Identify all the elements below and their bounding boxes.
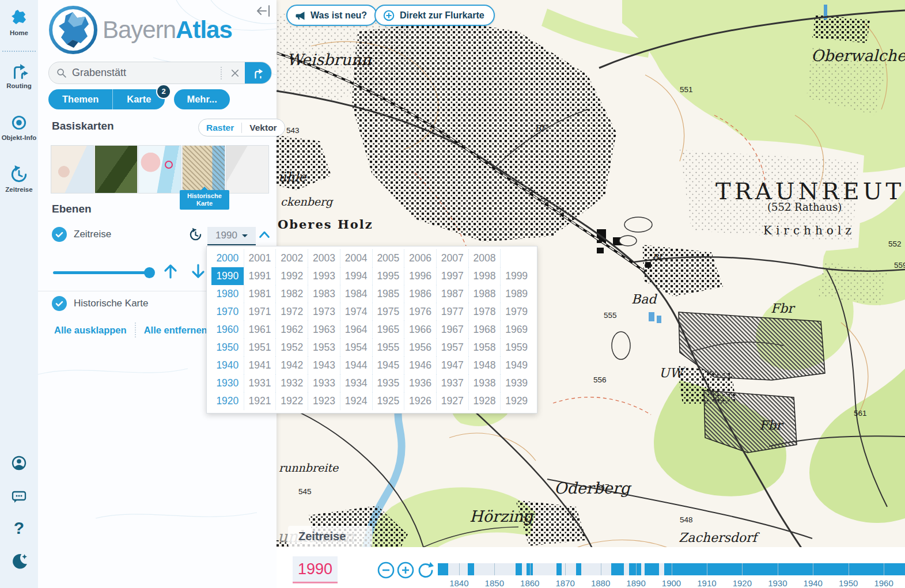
year-option[interactable]: 1948 — [468, 356, 501, 374]
year-option[interactable]: 1958 — [468, 339, 501, 356]
rail-item-dark-mode[interactable] — [0, 552, 38, 571]
opacity-slider[interactable] — [53, 271, 150, 274]
year-option[interactable]: 1929 — [500, 392, 532, 410]
year-option[interactable]: 1964 — [340, 321, 372, 339]
year-option[interactable]: 1931 — [244, 374, 276, 392]
search-routing-button[interactable] — [245, 62, 271, 84]
year-option[interactable]: 1983 — [308, 285, 340, 303]
year-option[interactable]: 1975 — [372, 303, 404, 321]
year-option[interactable]: 1927 — [436, 392, 468, 410]
year-option[interactable]: 1980 — [211, 285, 244, 303]
year-option[interactable]: 1947 — [436, 356, 468, 374]
basemap-thumb-light-map[interactable] — [51, 145, 94, 194]
year-option[interactable]: 1949 — [500, 356, 532, 374]
basemap-thumb-aerial[interactable] — [94, 145, 138, 194]
app-logo[interactable]: BayernAtlas — [48, 5, 232, 55]
year-option[interactable]: 1977 — [436, 303, 468, 321]
year-option[interactable]: 1926 — [404, 392, 436, 410]
rail-item-help[interactable]: ? — [0, 518, 38, 538]
year-option[interactable]: 1963 — [308, 321, 340, 339]
basemap-thumb-gray-map[interactable] — [226, 145, 269, 194]
remove-all-link[interactable]: Alle entfernen — [144, 325, 207, 336]
year-option[interactable]: 1938 — [468, 374, 501, 392]
toggle-vektor[interactable]: Vektor — [241, 123, 284, 133]
move-layer-down-button[interactable] — [190, 263, 206, 282]
timeline-zoom-in-button[interactable] — [396, 561, 415, 579]
year-option[interactable]: 1992 — [275, 267, 308, 285]
year-option[interactable]: 1954 — [340, 339, 372, 356]
year-option[interactable]: 1953 — [308, 339, 340, 356]
year-option[interactable]: 1999 — [500, 267, 532, 285]
rail-item-home[interactable]: Home — [0, 9, 38, 36]
year-option[interactable]: 1957 — [436, 339, 468, 356]
year-option[interactable]: 1974 — [340, 303, 372, 321]
year-option[interactable]: 1959 — [500, 339, 532, 356]
year-option[interactable]: 1984 — [340, 285, 372, 303]
opacity-slider-knob[interactable] — [144, 267, 155, 278]
year-option[interactable]: 1950 — [211, 339, 244, 356]
toggle-raster[interactable]: Raster — [199, 123, 241, 133]
rail-item-zeitreise[interactable]: Zeitreise — [0, 165, 38, 193]
year-option[interactable]: 1986 — [404, 285, 436, 303]
year-option[interactable]: 1973 — [308, 303, 340, 321]
year-option[interactable]: 1951 — [244, 339, 276, 356]
expand-all-link[interactable]: Alle ausklappen — [54, 325, 127, 336]
year-option[interactable]: 1976 — [404, 303, 436, 321]
rail-item-feedback[interactable] — [0, 487, 38, 506]
year-option[interactable]: 1962 — [275, 321, 308, 339]
year-option[interactable]: 1969 — [500, 321, 532, 339]
year-option[interactable]: 1933 — [308, 374, 340, 392]
year-option[interactable]: 1932 — [275, 374, 308, 392]
year-option[interactable]: 1923 — [308, 392, 340, 410]
year-option[interactable]: 1945 — [372, 356, 404, 374]
year-option[interactable]: 1996 — [404, 267, 436, 285]
layer-time-travel-icon[interactable] — [188, 227, 203, 244]
year-dropdown[interactable]: 1990 — [207, 227, 256, 245]
year-option[interactable]: 1995 — [372, 267, 404, 285]
year-option[interactable]: 1972 — [275, 303, 308, 321]
year-option[interactable]: 1993 — [308, 267, 340, 285]
year-option[interactable]: 1936 — [404, 374, 436, 392]
year-option[interactable]: 1997 — [436, 267, 468, 285]
year-option[interactable]: 1924 — [340, 392, 372, 410]
year-option[interactable]: 2007 — [436, 249, 468, 267]
year-option[interactable]: 1942 — [275, 356, 308, 374]
year-option[interactable]: 1922 — [275, 392, 308, 410]
year-option[interactable]: 1928 — [468, 392, 501, 410]
year-option[interactable]: 1935 — [372, 374, 404, 392]
year-option[interactable]: 2001 — [244, 249, 276, 267]
year-option[interactable]: 1941 — [244, 356, 276, 374]
year-option[interactable]: 1955 — [372, 339, 404, 356]
search-clear-button[interactable] — [225, 68, 245, 78]
year-option[interactable]: 1982 — [275, 285, 308, 303]
year-option[interactable]: 1987 — [436, 285, 468, 303]
year-option[interactable]: 2002 — [275, 249, 308, 267]
year-option[interactable]: 1946 — [404, 356, 436, 374]
year-option[interactable]: 1940 — [211, 356, 244, 374]
year-option[interactable]: 1920 — [211, 392, 244, 410]
year-option[interactable]: 1960 — [211, 321, 244, 339]
flurkarte-button[interactable]: Direkt zur Flurkarte — [374, 5, 495, 26]
year-option[interactable]: 1991 — [244, 267, 276, 285]
year-option[interactable]: 1944 — [340, 356, 372, 374]
year-option[interactable]: 1978 — [468, 303, 501, 321]
year-option[interactable]: 1990 — [211, 267, 244, 285]
year-option[interactable]: 1966 — [404, 321, 436, 339]
year-option[interactable]: 2005 — [372, 249, 404, 267]
year-option[interactable]: 1921 — [244, 392, 276, 410]
historische-karte-checkbox[interactable] — [52, 296, 67, 311]
year-option[interactable]: 2000 — [211, 249, 244, 267]
panel-collapse-button[interactable] — [256, 3, 272, 18]
year-option[interactable]: 1952 — [275, 339, 308, 356]
year-option[interactable]: 1943 — [308, 356, 340, 374]
rail-item-routing[interactable]: Routing — [0, 61, 38, 89]
year-option[interactable]: 1985 — [372, 285, 404, 303]
year-option[interactable]: 1988 — [468, 285, 501, 303]
zeitreise-panel-header[interactable]: Zeitreise — [288, 526, 372, 547]
rail-item-objekt-info[interactable]: Objekt-Info — [0, 113, 38, 141]
move-layer-up-button[interactable] — [162, 263, 179, 282]
year-option[interactable]: 1998 — [468, 267, 501, 285]
collapse-layer-chevron[interactable] — [258, 230, 271, 241]
rail-item-account[interactable] — [0, 454, 38, 472]
year-option[interactable]: 1970 — [211, 303, 244, 321]
